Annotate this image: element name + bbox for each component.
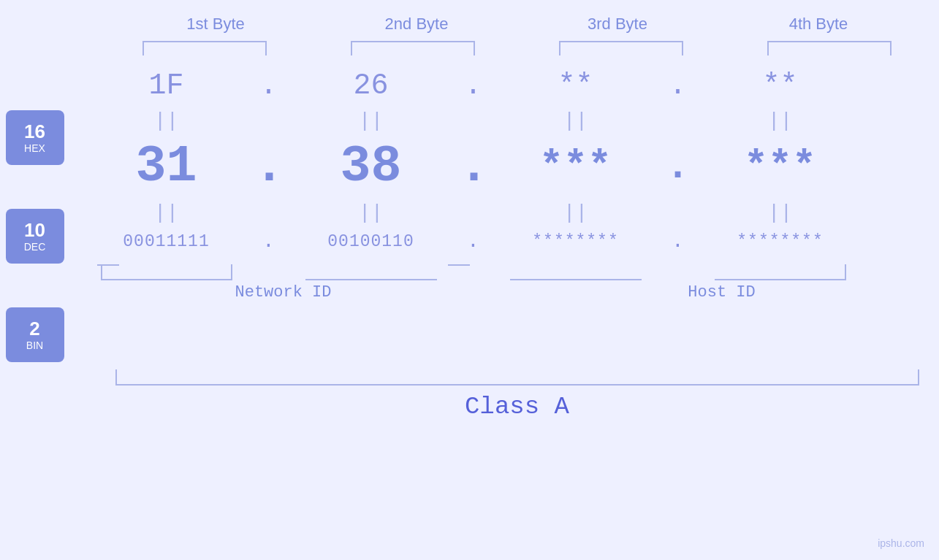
dec-byte3: *** xyxy=(488,144,664,190)
bottom-brackets-row xyxy=(79,264,934,280)
dec-sep3: . xyxy=(664,144,693,190)
bin-byte2: 00100110 xyxy=(284,232,459,251)
hex-byte3: ** xyxy=(488,69,664,102)
hex-byte1: 1F xyxy=(79,69,254,102)
bracket-top-4 xyxy=(740,41,919,55)
net-bracket-2 xyxy=(284,264,459,280)
bin-row: 00011111 . 00100110 . ******** . *******… xyxy=(79,230,934,253)
byte-headers-row: 1st Byte 2nd Byte 3rd Byte 4th Byte xyxy=(115,15,919,34)
byte-header-3: 3rd Byte xyxy=(530,15,705,34)
data-section: 1F . 26 . ** . ** || || || || 31 xyxy=(79,66,934,302)
eq1: || xyxy=(79,110,254,132)
main-area: 16 HEX 10 DEC 2 BIN 1F . 26 . ** . ** xyxy=(6,66,934,362)
class-label: Class A xyxy=(115,393,919,421)
net-bracket-1 xyxy=(79,264,254,280)
bracket-top-3 xyxy=(532,41,711,55)
badge-dec: 10 DEC xyxy=(6,209,64,264)
hex-sep2: . xyxy=(459,69,488,102)
bracket-top-2 xyxy=(324,41,503,55)
byte-header-4: 4th Byte xyxy=(731,15,906,34)
bin-byte1: 00011111 xyxy=(79,232,254,251)
dec-row: 31 . 38 . *** . *** xyxy=(79,138,934,196)
hex-byte4: ** xyxy=(693,69,868,102)
bin-byte3: ******** xyxy=(488,232,664,251)
eq8: || xyxy=(693,202,868,224)
equals-row-1: || || || || xyxy=(79,110,934,132)
eq7: || xyxy=(488,202,664,224)
top-brackets-row xyxy=(115,41,919,55)
page-container: 1st Byte 2nd Byte 3rd Byte 4th Byte 16 H… xyxy=(0,0,939,560)
badge-bin: 2 BIN xyxy=(6,307,64,362)
dec-byte2: 38 xyxy=(284,138,459,196)
hex-row: 1F . 26 . ** . ** xyxy=(79,69,934,102)
dec-sep2: . xyxy=(459,138,488,196)
watermark: ipshu.com xyxy=(878,537,924,549)
hex-sep3: . xyxy=(664,69,693,102)
id-labels-row: Network ID Host ID xyxy=(79,283,934,302)
eq3: || xyxy=(488,110,664,132)
byte-header-2: 2nd Byte xyxy=(329,15,504,34)
host-bracket-1 xyxy=(488,264,664,280)
bin-sep1: . xyxy=(254,230,284,253)
badge-hex: 16 HEX xyxy=(6,110,64,165)
dec-byte1: 31 xyxy=(79,138,254,196)
host-bracket-2 xyxy=(693,264,868,280)
bracket-top-1 xyxy=(115,41,294,55)
hex-byte2: 26 xyxy=(284,69,459,102)
byte-header-1: 1st Byte xyxy=(128,15,303,34)
network-id-label: Network ID xyxy=(79,283,488,302)
dec-byte4: *** xyxy=(693,144,868,190)
class-section: Class A xyxy=(115,369,919,421)
hex-sep1: . xyxy=(254,69,284,102)
dec-sep1: . xyxy=(254,138,284,196)
class-bracket xyxy=(115,369,919,386)
bin-byte4: ******** xyxy=(693,232,868,251)
bin-sep3: . xyxy=(664,230,693,253)
equals-row-2: || || || || xyxy=(79,202,934,224)
eq6: || xyxy=(284,202,459,224)
host-id-label: Host ID xyxy=(517,283,927,302)
bin-sep2: . xyxy=(459,230,488,253)
eq4: || xyxy=(693,110,868,132)
badges-column: 16 HEX 10 DEC 2 BIN xyxy=(6,110,64,362)
eq2: || xyxy=(284,110,459,132)
eq5: || xyxy=(79,202,254,224)
